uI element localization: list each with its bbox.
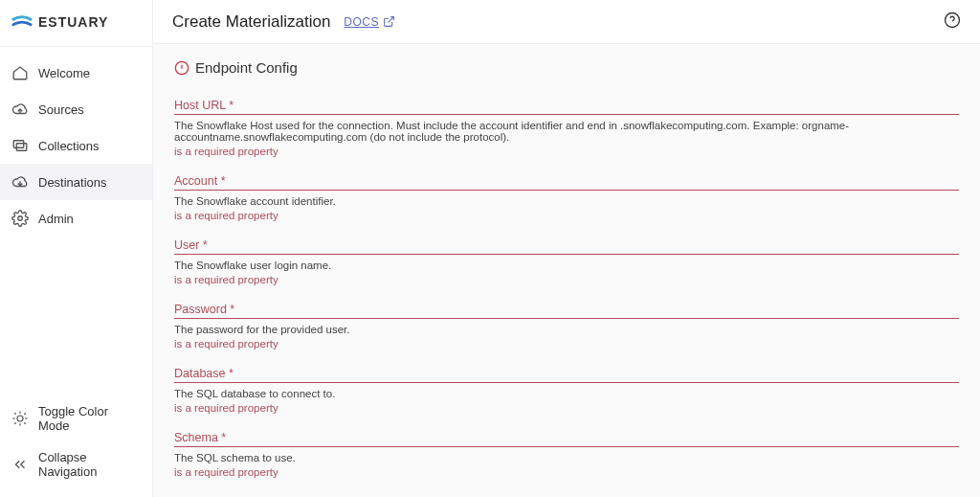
field-password: Password * The password for the provided… [174, 303, 959, 350]
field-label: Schema * [174, 431, 959, 444]
field-label: Password * [174, 303, 959, 316]
field-label: Account * [174, 174, 959, 188]
svg-line-12 [388, 17, 393, 23]
svg-point-13 [946, 13, 960, 28]
field-input-line[interactable] [174, 254, 959, 255]
content: Endpoint Config Host URL * The Snowflake… [153, 44, 980, 497]
svg-line-7 [24, 422, 26, 424]
sidebar-item-welcome[interactable]: Welcome [0, 55, 152, 91]
nav: Welcome Sources Collections Destinations… [0, 47, 152, 395]
field-error: is a required property [174, 402, 959, 414]
svg-point-2 [18, 216, 23, 221]
svg-line-10 [14, 422, 16, 424]
main: Create Materialization DOCS Endpoint Con… [153, 0, 980, 497]
sidebar-item-label: Collections [38, 139, 100, 153]
cloud-download-icon [11, 173, 29, 191]
logo: ESTUARY [0, 0, 152, 47]
collections-icon [11, 137, 29, 154]
field-account: Account * The Snowflake account identifi… [174, 174, 959, 221]
sidebar-item-collections[interactable]: Collections [0, 127, 152, 164]
svg-rect-0 [13, 141, 24, 148]
toggle-color-mode[interactable]: Toggle Color Mode [0, 395, 152, 441]
field-input-line[interactable] [174, 382, 959, 383]
field-error: is a required property [174, 338, 959, 350]
sidebar-item-sources[interactable]: Sources [0, 91, 152, 127]
field-error: is a required property [174, 466, 959, 478]
field-error: is a required property [174, 274, 959, 285]
field-desc: The SQL database to connect to. [174, 388, 959, 399]
chevrons-left-icon [11, 456, 29, 473]
gear-icon [11, 210, 29, 227]
field-desc: The Snowflake Host used for the connecti… [174, 120, 959, 143]
sidebar-item-label: Welcome [38, 66, 90, 80]
external-link-icon [383, 15, 395, 28]
docs-link[interactable]: DOCS [344, 15, 395, 29]
collapse-navigation[interactable]: Collapse Navigation [0, 441, 152, 487]
svg-line-11 [24, 413, 26, 415]
sidebar-item-destinations[interactable]: Destinations [0, 164, 152, 200]
sidebar-footer: Toggle Color Mode Collapse Navigation [0, 395, 152, 497]
field-label: Host URL * [174, 99, 959, 112]
field-label: User * [174, 238, 959, 252]
sidebar-item-label: Admin [38, 212, 74, 226]
logo-icon [11, 11, 33, 33]
svg-point-3 [17, 416, 23, 421]
footer-item-label: Collapse Navigation [38, 450, 141, 479]
field-input-line[interactable] [174, 446, 959, 447]
field-user: User * The Snowflake user login name. is… [174, 238, 959, 285]
field-input-line[interactable] [174, 114, 959, 115]
field-desc: The Snowflake account identifier. [174, 195, 959, 207]
sidebar-item-label: Sources [38, 102, 84, 117]
logo-text: ESTUARY [38, 14, 108, 30]
sun-icon [11, 410, 29, 427]
field-error: is a required property [174, 146, 959, 157]
footer-item-label: Toggle Color Mode [38, 404, 141, 433]
page-title: Create Materialization [172, 12, 330, 32]
sidebar: ESTUARY Welcome Sources Collections Dest… [0, 0, 153, 497]
field-desc: The Snowflake user login name. [174, 260, 959, 271]
svg-rect-1 [16, 144, 27, 151]
section-title: Endpoint Config [195, 59, 298, 76]
svg-line-6 [14, 413, 16, 415]
field-database: Database * The SQL database to connect t… [174, 367, 959, 414]
topbar: Create Materialization DOCS [153, 0, 980, 44]
field-schema: Schema * The SQL schema to use. is a req… [174, 431, 959, 478]
field-desc: The SQL schema to use. [174, 452, 959, 463]
section-header: Endpoint Config [174, 59, 959, 76]
field-error: is a required property [174, 210, 959, 221]
cloud-upload-icon [11, 101, 29, 118]
field-host-url: Host URL * The Snowflake Host used for t… [174, 99, 959, 157]
help-icon [944, 11, 961, 29]
warning-icon [174, 60, 189, 76]
field-label: Database * [174, 367, 959, 380]
field-input-line[interactable] [174, 190, 959, 191]
home-icon [11, 64, 29, 81]
docs-label: DOCS [344, 15, 379, 29]
sidebar-item-admin[interactable]: Admin [0, 200, 152, 237]
field-input-line[interactable] [174, 318, 959, 319]
field-desc: The password for the provided user. [174, 324, 959, 335]
help-button[interactable] [944, 11, 961, 32]
sidebar-item-label: Destinations [38, 175, 107, 190]
